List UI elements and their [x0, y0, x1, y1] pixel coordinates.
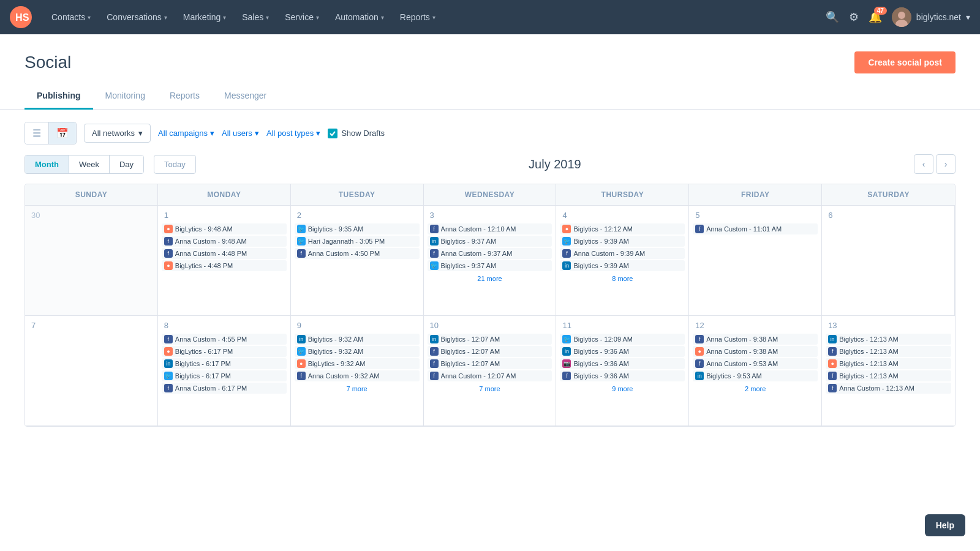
calendar-event[interactable]: fAnna Custom - 12:13 AM	[826, 383, 951, 394]
calendar-event[interactable]: inBiglytics - 9:36 AM	[560, 346, 685, 357]
calendar-event[interactable]: fAnna Custom - 12:10 AM	[428, 223, 552, 234]
tab-reports[interactable]: Reports	[157, 83, 212, 110]
calendar-event[interactable]: inBiglytics - 9:37 AM	[428, 236, 552, 247]
calendar-cell[interactable]: 9inBiglytics - 9:32 AM🐦Biglytics - 9:32 …	[291, 316, 424, 426]
hs-social-icon: ●	[164, 347, 173, 356]
calendar-event[interactable]: fBiglytics - 9:36 AM	[560, 370, 685, 381]
tab-publishing[interactable]: Publishing	[24, 83, 93, 110]
calendar-event[interactable]: fAnna Custom - 9:32 AM	[295, 370, 420, 381]
calendar-cell[interactable]: 11🐦Biglytics - 12:09 AMinBiglytics - 9:3…	[556, 316, 689, 426]
calendar-event[interactable]: 🐦Biglytics - 6:17 PM	[162, 370, 287, 381]
calendar-event[interactable]: inBiglytics - 9:39 AM	[560, 260, 685, 271]
calendar-event[interactable]: ●Biglytics - 12:13 AM	[826, 358, 951, 369]
calendar-event[interactable]: ●BigLytics - 9:48 AM	[162, 223, 287, 234]
calendar-cell[interactable]: 10inBiglytics - 12:07 AMfBiglytics - 12:…	[424, 316, 557, 426]
calendar-event[interactable]: 🐦Hari Jagannath - 3:05 PM	[295, 236, 420, 247]
calendar-cell[interactable]: 8fAnna Custom - 4:55 PM●BigLytics - 6:17…	[158, 316, 291, 426]
more-events-link[interactable]: 7 more	[295, 384, 420, 394]
calendar-event[interactable]: inBiglytics - 9:53 AM	[693, 370, 818, 381]
calendar-event[interactable]: fBiglytics - 12:07 AM	[428, 358, 552, 369]
users-filter[interactable]: All users ▾	[222, 129, 259, 138]
calendar-cell[interactable]: 5fAnna Custom - 11:01 AM	[689, 206, 822, 316]
day-number: 7	[29, 320, 154, 331]
nav-conversations[interactable]: Conversations ▾	[99, 7, 175, 27]
calendar-event[interactable]: fAnna Custom - 9:53 AM	[693, 358, 818, 369]
settings-icon[interactable]: ⚙	[849, 10, 859, 24]
nav-sales[interactable]: Sales ▾	[235, 7, 276, 27]
more-events-link[interactable]: 8 more	[560, 274, 685, 283]
calendar-event[interactable]: fBiglytics - 12:13 AM	[826, 370, 951, 381]
calendar-cell[interactable]: 6	[822, 206, 955, 316]
nav-contacts[interactable]: Contacts ▾	[44, 7, 98, 27]
calendar-event[interactable]: fAnna Custom - 11:01 AM	[693, 223, 818, 234]
nav-reports[interactable]: Reports ▾	[393, 7, 443, 27]
calendar-cell[interactable]: 3fAnna Custom - 12:10 AMinBiglytics - 9:…	[424, 206, 557, 316]
calendar-event[interactable]: inBiglytics - 9:32 AM	[295, 334, 420, 345]
tab-messenger[interactable]: Messenger	[212, 83, 279, 110]
create-social-post-button[interactable]: Create social post	[854, 51, 956, 73]
li-social-icon: in	[695, 372, 704, 380]
calendar-body: 301●BigLytics - 9:48 AMfAnna Custom - 9:…	[25, 206, 955, 426]
calendar-event[interactable]: 🐦Biglytics - 9:32 AM	[295, 346, 420, 357]
calendar-event[interactable]: ●BigLytics - 4:48 PM	[162, 260, 287, 271]
more-events-link[interactable]: 2 more	[693, 384, 818, 394]
calendar-event[interactable]: fAnna Custom - 4:55 PM	[162, 334, 287, 345]
calendar-event[interactable]: fAnna Custom - 9:48 AM	[162, 236, 287, 247]
calendar-event[interactable]: fBiglytics - 12:13 AM	[826, 346, 951, 357]
calendar-event[interactable]: fAnna Custom - 4:48 PM	[162, 248, 287, 259]
calendar-event[interactable]: 🐦Biglytics - 9:37 AM	[428, 260, 552, 271]
calendar-event[interactable]: fAnna Custom - 6:17 PM	[162, 383, 287, 394]
calendar-event[interactable]: 🐦Biglytics - 12:09 AM	[560, 334, 685, 345]
calendar-event[interactable]: 📷Biglytics - 9:36 AM	[560, 358, 685, 369]
calendar-cell[interactable]: 2🐦Biglytics - 9:35 AM🐦Hari Jagannath - 3…	[291, 206, 424, 316]
week-btn[interactable]: Week	[69, 156, 109, 173]
notifications-icon[interactable]: 🔔 47	[869, 10, 882, 24]
calendar-event[interactable]: fAnna Custom - 9:39 AM	[560, 248, 685, 259]
calendar-view-button[interactable]: 📅	[48, 122, 76, 144]
month-btn[interactable]: Month	[25, 156, 69, 173]
calendar-cell[interactable]: 13inBiglytics - 12:13 AMfBiglytics - 12:…	[822, 316, 955, 426]
calendar-event[interactable]: fAnna Custom - 12:07 AM	[428, 370, 552, 381]
calendar-event[interactable]: ●BigLytics - 6:17 PM	[162, 346, 287, 357]
networks-filter[interactable]: All networks ▾	[84, 124, 151, 143]
hubspot-logo[interactable]: HS	[10, 6, 32, 28]
prev-month-button[interactable]: ‹	[914, 154, 933, 174]
calendar-cell[interactable]: 30	[25, 206, 158, 316]
calendar-event[interactable]: inBiglytics - 6:17 PM	[162, 358, 287, 369]
calendar-event[interactable]: fAnna Custom - 9:38 AM	[693, 334, 818, 345]
calendar-event[interactable]: 🐦Biglytics - 9:35 AM	[295, 223, 420, 234]
next-month-button[interactable]: ›	[936, 154, 956, 174]
list-view-button[interactable]: ☰	[25, 122, 48, 144]
page-header: Social Create social post	[0, 34, 980, 83]
more-events-link[interactable]: 21 more	[428, 274, 552, 283]
calendar-event[interactable]: ●Biglytics - 12:12 AM	[560, 223, 685, 234]
calendar-cell[interactable]: 4●Biglytics - 12:12 AM🐦Biglytics - 9:39 …	[556, 206, 689, 316]
calendar-event[interactable]: ●BigLytics - 9:32 AM	[295, 358, 420, 369]
more-events-link[interactable]: 7 more	[428, 384, 552, 394]
calendar-event[interactable]: inBiglytics - 12:13 AM	[826, 334, 951, 345]
nav-service[interactable]: Service ▾	[277, 7, 326, 27]
more-events-link[interactable]: 9 more	[560, 384, 685, 394]
calendar-cell[interactable]: 12fAnna Custom - 9:38 AM●Anna Custom - 9…	[689, 316, 822, 426]
nav-automation[interactable]: Automation ▾	[328, 7, 391, 27]
show-drafts-toggle[interactable]: Show Drafts	[328, 129, 385, 138]
calendar-cell[interactable]: 7	[25, 316, 158, 426]
event-label: Biglytics - 9:37 AM	[441, 262, 496, 269]
today-button[interactable]: Today	[154, 155, 196, 174]
user-menu[interactable]: biglytics.net ▾	[892, 7, 970, 27]
event-label: Biglytics - 12:07 AM	[441, 360, 500, 367]
campaigns-filter[interactable]: All campaigns ▾	[158, 129, 214, 138]
calendar-event[interactable]: inBiglytics - 12:07 AM	[428, 334, 552, 345]
help-button[interactable]: Help	[925, 514, 965, 536]
calendar-event[interactable]: fAnna Custom - 4:50 PM	[295, 248, 420, 259]
post-types-filter[interactable]: All post types ▾	[266, 129, 320, 138]
calendar-event[interactable]: ●Anna Custom - 9:38 AM	[693, 346, 818, 357]
calendar-event[interactable]: fBiglytics - 12:07 AM	[428, 346, 552, 357]
calendar-event[interactable]: 🐦Biglytics - 9:39 AM	[560, 236, 685, 247]
tab-monitoring[interactable]: Monitoring	[93, 83, 157, 110]
nav-marketing[interactable]: Marketing ▾	[176, 7, 233, 27]
day-btn[interactable]: Day	[109, 156, 143, 173]
calendar-cell[interactable]: 1●BigLytics - 9:48 AMfAnna Custom - 9:48…	[158, 206, 291, 316]
calendar-event[interactable]: fAnna Custom - 9:37 AM	[428, 248, 552, 259]
search-icon[interactable]: 🔍	[826, 10, 839, 24]
